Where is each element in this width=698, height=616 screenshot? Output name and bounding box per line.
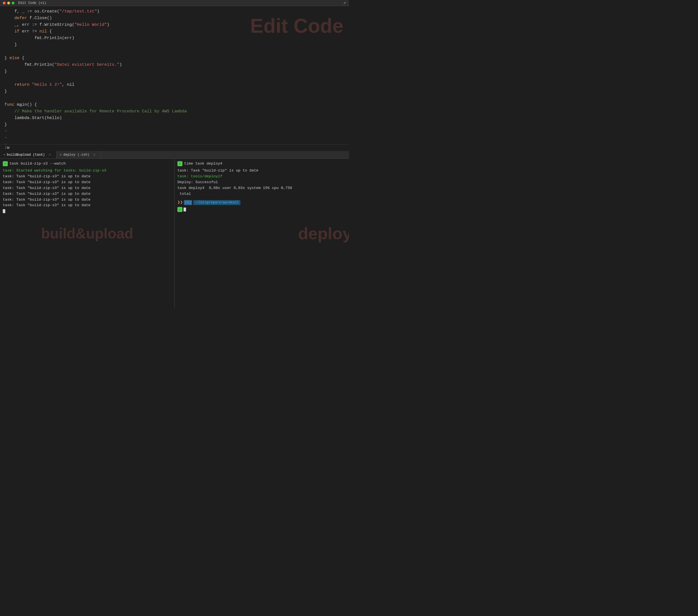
build-command: task build-zip-s3 --watch — [10, 161, 66, 167]
code-line-15: func main() { — [4, 102, 345, 108]
deploy-check-icon: ✓ — [178, 161, 182, 166]
watermark-deploy: deploy — [298, 220, 349, 246]
build-line-6: task: Task "build-zip-s3" is up to date — [3, 197, 171, 203]
watermark-build: build&upload — [41, 222, 133, 245]
terminal-panels: build&upload ✓ task build-zip-s3 --watch… — [0, 159, 349, 308]
deploy-panel[interactable]: deploy ✓ time task deploy4 task: Task "b… — [174, 159, 349, 308]
code-line-7 — [4, 48, 345, 55]
tab-deploy-close[interactable]: × — [60, 153, 62, 157]
deploy-line-1: task: Task "build-zip" is up to date — [178, 168, 346, 174]
lambda-icon: (λ) — [184, 200, 192, 205]
code-line-12: return "Hello λ 2!", nil — [4, 82, 345, 88]
minimize-traffic-light[interactable] — [7, 2, 10, 4]
window-title: Edit Code (vi) — [18, 1, 46, 5]
build-check-icon: ✓ — [3, 161, 8, 166]
tab-deploy-expand[interactable]: ○ — [91, 153, 97, 157]
terminal-section: × build&upload (task) ○ × deploy (-zsh) … — [0, 151, 349, 308]
code-line-tilde-3: ~ — [4, 142, 345, 144]
tab-build-close[interactable]: × — [3, 153, 5, 157]
build-line-4: task: Task "build-zip-s3" is up to date — [3, 185, 171, 191]
expand-icon[interactable]: ⤢ — [344, 1, 346, 5]
deploy-line-5: total — [178, 191, 346, 197]
path-badge: ~/letsprepare/warmkalt — [193, 200, 240, 205]
deploy-prompt-line: ✓ time task deploy4 — [178, 161, 346, 167]
deploy-line-3: Deploy: Successful — [178, 180, 346, 185]
deploy-cursor-line: ✓ — [178, 207, 346, 212]
tab-build[interactable]: × build&upload (task) ○ — [0, 151, 57, 158]
vim-status: :w — [0, 144, 349, 151]
tab-bar: × build&upload (task) ○ × deploy (-zsh) … — [0, 151, 349, 159]
code-line-16: // Make the handler available for Remote… — [4, 108, 345, 115]
deploy-path-line: ❯❯ (λ) ~/letsprepare/warmkalt — [178, 199, 346, 206]
code-line-17: lambda.Start(hello) — [4, 115, 345, 121]
deploy-cursor — [183, 207, 186, 212]
build-prompt-line: ✓ task build-zip-s3 --watch — [3, 161, 171, 167]
build-line-7: task: Task "build-zip-s3" is up to date — [3, 203, 171, 209]
maximize-traffic-light[interactable] — [12, 2, 14, 4]
code-line-10: } — [4, 68, 345, 75]
code-line-13: } — [4, 88, 345, 95]
tab-build-label: build&upload (task) — [7, 153, 45, 157]
arrow-double-icon: ❯❯ — [178, 199, 183, 206]
build-line-2: task: Task "build-zip-s3" is up to date — [3, 174, 171, 180]
deploy-line-2: task: tools/deploylf — [178, 174, 346, 180]
build-line-5: task: Task "build-zip-s3" is up to date — [3, 191, 171, 197]
deploy-command: time task deploy4 — [184, 161, 222, 167]
code-line-6: } — [4, 42, 345, 48]
code-line-2: defer f.Close() — [4, 15, 345, 22]
editor-area: Edit Code f, _ := os.Create("/tmp/test.t… — [0, 6, 349, 144]
title-bar-left: Edit Code (vi) — [3, 1, 46, 5]
code-line-tilde-1: ~ — [4, 128, 345, 135]
code-line-11 — [4, 75, 345, 82]
code-line-4: if err != nil { — [4, 28, 345, 35]
code-line-14 — [4, 95, 345, 102]
code-line-1: f, _ := os.Create("/tmp/test.txt") — [4, 8, 345, 15]
code-line-tilde-2: ~ — [4, 135, 345, 142]
code-line-9: fmt.Println("Datei existiert bereits.") — [4, 61, 345, 68]
build-line-1: task: Started watching for tasks: build-… — [3, 168, 171, 174]
code-line-8: } else { — [4, 55, 345, 61]
tab-build-expand[interactable]: ○ — [46, 153, 53, 157]
build-cursor-line — [3, 209, 171, 214]
title-bar: Edit Code (vi) ⤢ — [0, 0, 349, 6]
build-panel[interactable]: build&upload ✓ task build-zip-s3 --watch… — [0, 159, 174, 308]
deploy-line-4: task deploy4 0,08s user 0,03s system 15%… — [178, 185, 346, 191]
tab-deploy[interactable]: × deploy (-zsh) ○ — [57, 151, 101, 158]
vim-command: :w — [4, 145, 10, 150]
title-bar-right: ⤢ — [344, 1, 346, 5]
deploy-cursor-check: ✓ — [178, 207, 182, 212]
code-line-18: } — [4, 121, 345, 128]
code-line-3: _, err := f.WriteString("Hello World") — [4, 22, 345, 28]
tab-deploy-label: deploy (-zsh) — [63, 153, 89, 157]
build-line-3: task: Task "build-zip-s3" is up to date — [3, 180, 171, 185]
editor-content[interactable]: f, _ := os.Create("/tmp/test.txt") defer… — [0, 8, 349, 144]
close-traffic-light[interactable] — [3, 2, 5, 4]
code-line-5: fmt.Println(err) — [4, 35, 345, 42]
